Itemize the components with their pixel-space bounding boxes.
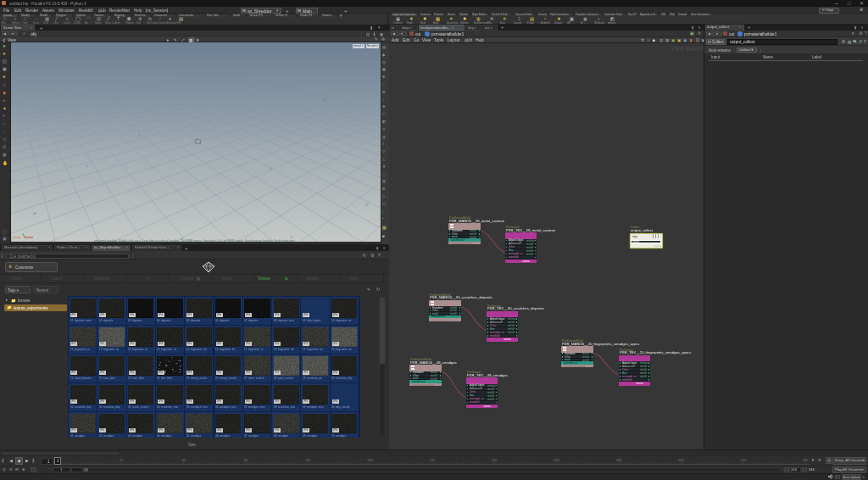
svg-text:40: 40 — [181, 458, 186, 462]
svg-text:180: 180 — [616, 458, 622, 462]
svg-text:200: 200 — [678, 458, 684, 462]
svg-text:240: 240 — [803, 458, 809, 462]
svg-text:140: 140 — [492, 458, 498, 462]
svg-text:220: 220 — [740, 458, 746, 462]
svg-text:120: 120 — [430, 458, 436, 462]
svg-text:80: 80 — [306, 458, 310, 462]
svg-text:160: 160 — [554, 458, 559, 462]
svg-text:100: 100 — [367, 458, 373, 462]
svg-text:20: 20 — [120, 458, 124, 462]
svg-text:60: 60 — [244, 458, 248, 462]
